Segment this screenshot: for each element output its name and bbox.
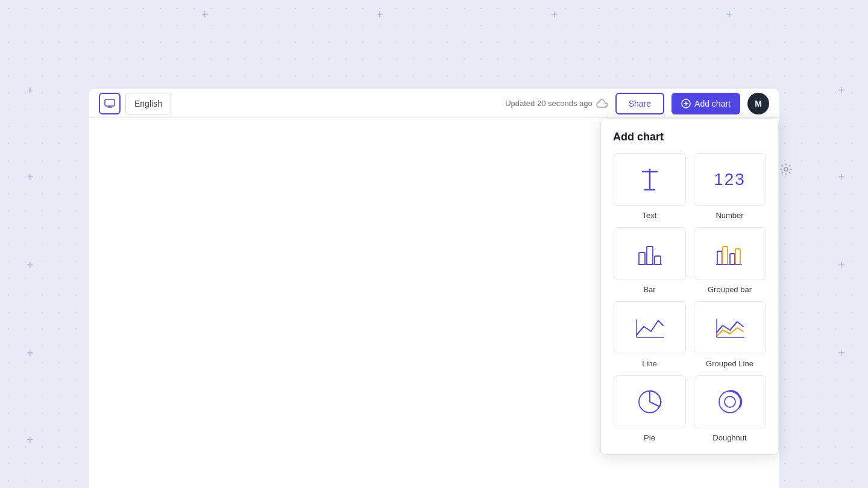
chart-item-text[interactable]: Text [613,153,686,220]
number-chart-icon: 123 [714,170,746,189]
chart-icon-box-grouped-bar[interactable] [694,227,766,280]
svg-rect-0 [105,99,115,106]
add-chart-button[interactable]: Add chart [671,93,740,114]
chart-icon-box-number[interactable]: 123 [694,153,766,206]
chart-label-line: Line [642,359,657,368]
plus-decoration: + [726,8,733,20]
svg-rect-5 [655,256,661,264]
chart-item-grouped-line[interactable]: Grouped Line [693,301,766,368]
chart-label-grouped-line: Grouped Line [706,359,753,368]
plus-decoration: + [838,84,845,96]
plus-decoration: + [201,8,209,20]
chart-item-number[interactable]: 123 Number [693,153,766,220]
chart-label-pie: Pie [644,433,655,442]
grouped-line-chart-icon [714,314,746,341]
svg-point-2 [784,167,788,171]
pie-chart-icon [637,389,663,415]
bar-chart-icon [635,240,664,267]
plus-decoration: + [27,171,34,183]
grouped-bar-chart-icon [714,240,746,267]
chart-icon-box-bar[interactable] [614,227,686,280]
svg-rect-7 [717,251,722,264]
plus-decoration: + [838,259,845,271]
svg-rect-4 [647,246,653,264]
chart-item-grouped-bar[interactable]: Grouped bar [693,227,766,294]
chart-icon-box-pie[interactable] [614,375,686,428]
chart-item-pie[interactable]: Pie [613,375,686,442]
share-button[interactable]: Share [615,93,664,114]
chart-item-bar[interactable]: Bar [613,227,686,294]
text-chart-icon [638,166,662,193]
chart-grid: Text 123 Number Bar [613,153,766,442]
svg-rect-8 [723,246,728,264]
plus-circle-icon [681,99,691,108]
chart-label-text: Text [643,211,657,220]
monitor-button[interactable] [99,93,121,114]
add-chart-label: Add chart [694,99,731,108]
plus-decoration: + [838,171,845,183]
language-button[interactable]: English [125,93,171,114]
language-label: English [134,99,162,108]
plus-decoration: + [838,347,845,359]
top-bar: English Updated 20 seconds ago Share Add… [89,89,779,118]
chart-icon-box-grouped-line[interactable] [694,301,766,354]
svg-rect-3 [639,252,645,264]
chart-icon-box-doughnut[interactable] [694,375,766,428]
chart-item-doughnut[interactable]: Doughnut [693,375,766,442]
top-bar-right: Updated 20 seconds ago Share Add chart M [505,93,769,114]
add-chart-panel: Add chart Text 123 Number [600,118,779,455]
doughnut-chart-icon [717,389,743,415]
svg-line-18 [650,402,660,407]
chart-label-grouped-bar: Grouped bar [708,285,752,294]
chart-label-number: Number [715,211,743,220]
chart-item-line[interactable]: Line [613,301,686,368]
user-avatar[interactable]: M [747,93,769,114]
chart-label-bar: Bar [643,285,655,294]
svg-point-20 [725,396,735,407]
chart-icon-box-line[interactable] [614,301,686,354]
plus-decoration: + [27,347,34,359]
chart-label-doughnut: Doughnut [712,433,746,442]
plus-decoration: + [27,259,34,271]
svg-rect-9 [730,254,735,264]
plus-decoration: + [551,8,558,20]
plus-decoration: + [376,8,383,20]
line-chart-icon [634,314,665,341]
panel-title: Add chart [613,131,766,143]
plus-decoration: + [27,84,34,96]
chart-icon-box-text[interactable] [614,153,686,206]
settings-button[interactable] [776,160,796,179]
status-text: Updated 20 seconds ago [505,99,608,108]
cloud-icon [596,99,608,108]
plus-decoration: + [27,434,34,446]
svg-rect-10 [735,249,740,264]
top-bar-left: English [99,93,171,114]
